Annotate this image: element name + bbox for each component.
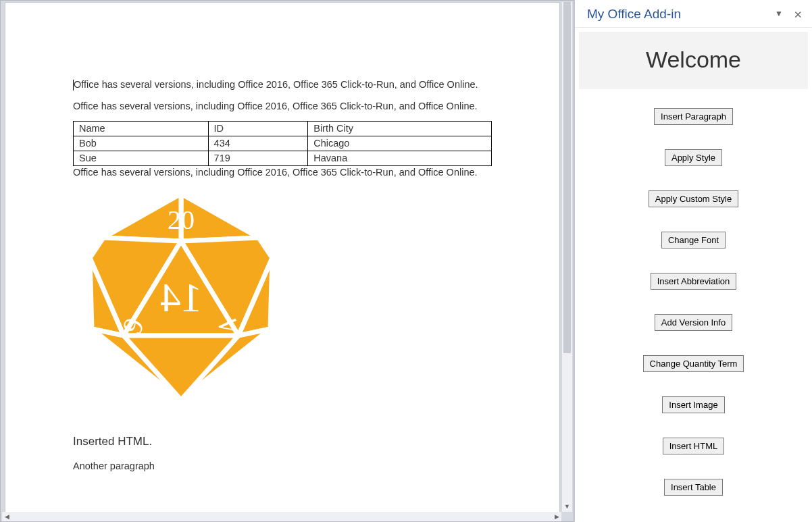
- paragraph[interactable]: Office has several versions, including O…: [73, 166, 492, 180]
- close-icon[interactable]: ✕: [794, 9, 803, 20]
- welcome-banner: Welcome: [579, 32, 808, 89]
- table-row[interactable]: Sue 719 Havana: [74, 151, 492, 165]
- table-cell[interactable]: Chicago: [308, 136, 492, 151]
- insert-paragraph-button[interactable]: Insert Paragraph: [654, 108, 733, 125]
- table-row[interactable]: Bob 434 Chicago: [74, 136, 492, 151]
- dice-number-top: 20: [168, 205, 195, 235]
- table-cell[interactable]: 719: [208, 151, 308, 165]
- table-cell[interactable]: Bob: [74, 136, 209, 151]
- taskpane-body: Welcome Insert Paragraph Apply Style App…: [575, 28, 812, 522]
- table-cell[interactable]: Havana: [308, 151, 492, 165]
- table-cell[interactable]: ID: [208, 122, 308, 136]
- taskpane-menu-icon[interactable]: ▼: [775, 9, 783, 20]
- d20-dice-image[interactable]: 20 14 6 4: [73, 187, 492, 412]
- scroll-right-arrow-icon[interactable]: ▶: [552, 512, 561, 521]
- document-page[interactable]: Office has several versions, including O…: [5, 2, 560, 512]
- scroll-left-arrow-icon[interactable]: ◀: [2, 512, 11, 521]
- apply-custom-style-button[interactable]: Apply Custom Style: [649, 190, 738, 207]
- insert-html-button[interactable]: Insert HTML: [663, 438, 725, 454]
- table-cell[interactable]: Birth City: [308, 122, 492, 136]
- apply-style-button[interactable]: Apply Style: [665, 149, 722, 166]
- insert-image-button[interactable]: Insert Image: [662, 396, 724, 413]
- paragraph[interactable]: Office has several versions, including O…: [73, 78, 492, 92]
- document-editor-area: Office has several versions, including O…: [0, 0, 574, 522]
- vertical-scrollbar[interactable]: ▼: [561, 2, 572, 512]
- insert-table-button[interactable]: Insert Table: [664, 479, 723, 496]
- dice-number-center: 14: [160, 274, 202, 320]
- document-viewport[interactable]: Office has several versions, including O…: [3, 2, 561, 512]
- vertical-scrollbar-thumb[interactable]: [563, 2, 571, 353]
- scroll-down-arrow-icon[interactable]: ▼: [562, 501, 572, 512]
- taskpane-header: My Office Add-in ▼ ✕: [575, 0, 812, 28]
- taskpane-title: My Office Add-in: [587, 7, 775, 22]
- welcome-heading: Welcome: [586, 47, 801, 73]
- button-stack: Insert Paragraph Apply Style Apply Custo…: [576, 95, 811, 516]
- table-cell[interactable]: Name: [74, 122, 209, 136]
- insert-abbreviation-button[interactable]: Insert Abbreviation: [651, 273, 737, 290]
- add-version-info-button[interactable]: Add Version Info: [655, 314, 732, 331]
- table-cell[interactable]: 434: [208, 136, 308, 151]
- inserted-html-heading[interactable]: Inserted HTML.: [73, 435, 492, 448]
- table-row[interactable]: Name ID Birth City: [74, 122, 492, 136]
- change-font-button[interactable]: Change Font: [661, 232, 726, 249]
- taskpane: My Office Add-in ▼ ✕ Welcome Insert Para…: [574, 0, 812, 522]
- change-quantity-term-button[interactable]: Change Quantity Term: [643, 355, 744, 372]
- document-table[interactable]: Name ID Birth City Bob 434 Chicago Sue 7…: [73, 121, 492, 166]
- horizontal-scrollbar[interactable]: ◀ ▶: [2, 512, 561, 521]
- paragraph[interactable]: Office has several versions, including O…: [73, 100, 492, 113]
- paragraph[interactable]: Another paragraph: [73, 461, 492, 471]
- table-cell[interactable]: Sue: [74, 151, 209, 165]
